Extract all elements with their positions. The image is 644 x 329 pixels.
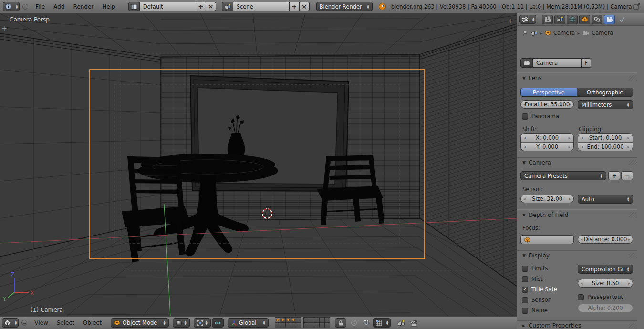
- add-preset-button[interactable]: +: [608, 171, 620, 180]
- panorama-checkbox[interactable]: Panorama: [522, 113, 559, 120]
- fake-user-button[interactable]: F: [582, 58, 591, 68]
- section-camera[interactable]: ▼ Camera: [517, 157, 637, 167]
- menu-help[interactable]: Help: [98, 3, 119, 10]
- render-engine-dropdown[interactable]: Blender Render: [316, 2, 373, 11]
- title-safe-checkbox[interactable]: ✓ Title Safe: [522, 286, 557, 293]
- clip-end-field[interactable]: End: 100.000: [578, 142, 633, 151]
- draw-size-field[interactable]: Size: 0.50: [578, 279, 633, 288]
- checkbox[interactable]: [522, 266, 528, 272]
- breadcrumb-data[interactable]: Camera: [592, 30, 613, 36]
- mode-dropdown[interactable]: Object Mode: [111, 318, 169, 328]
- checkbox[interactable]: [522, 308, 528, 314]
- shift-x-field[interactable]: X: 0.000: [521, 134, 573, 142]
- datablock-name-row: Camera F: [520, 58, 591, 68]
- menu-file[interactable]: File: [31, 3, 49, 10]
- lock-to-scene-toggle[interactable]: [335, 318, 346, 328]
- collapse-menus-icon[interactable]: [22, 4, 28, 10]
- editor-type-selector[interactable]: [3, 2, 20, 11]
- scene-icon: [556, 16, 563, 22]
- add-layout-button[interactable]: +: [196, 2, 206, 11]
- layers-widget-group-2[interactable]: [304, 318, 330, 328]
- delete-scene-button[interactable]: ×: [300, 2, 310, 11]
- pin-icon[interactable]: [522, 30, 528, 36]
- remove-preset-button[interactable]: −: [621, 171, 633, 180]
- delete-layout-button[interactable]: ×: [206, 2, 216, 11]
- datablock-name-input[interactable]: Camera: [533, 58, 582, 68]
- checkbox[interactable]: [522, 297, 528, 303]
- pivot-point-dropdown[interactable]: [194, 318, 211, 328]
- menu-view[interactable]: View: [30, 319, 52, 326]
- manipulator-toggle[interactable]: [212, 318, 224, 328]
- tab-render[interactable]: [542, 15, 553, 24]
- tab-constraints[interactable]: [592, 15, 602, 24]
- editor-type-selector[interactable]: [519, 15, 536, 24]
- section-depth-of-field[interactable]: ▼ Depth of Field: [517, 210, 637, 219]
- mist-checkbox[interactable]: Mist: [522, 276, 543, 282]
- proportional-edit-toggle[interactable]: [348, 318, 360, 328]
- name-checkbox[interactable]: Name: [522, 307, 548, 314]
- window-duplicate-icon[interactable]: [633, 3, 641, 10]
- section-display[interactable]: ▼ Display: [517, 250, 637, 260]
- scene-icon[interactable]: [222, 2, 233, 11]
- section-custom-properties[interactable]: ► Custom Properties: [517, 320, 637, 329]
- breadcrumb-separator: ▸: [577, 31, 580, 36]
- scene-icon[interactable]: [530, 30, 538, 36]
- view-name-label: Camera Persp: [10, 16, 50, 23]
- menu-render[interactable]: Render: [69, 3, 98, 10]
- transform-orientation-dropdown[interactable]: Global: [228, 318, 269, 328]
- chevron-updown-icon: [598, 174, 602, 178]
- checkbox-checked[interactable]: ✓: [522, 287, 528, 293]
- collapse-menus-icon[interactable]: [21, 320, 27, 326]
- editor-type-selector[interactable]: [2, 318, 19, 328]
- menu-object[interactable]: Object: [79, 319, 106, 326]
- screen-layout-icon[interactable]: [128, 2, 140, 11]
- tab-object-data[interactable]: [604, 15, 615, 24]
- sensor-checkbox[interactable]: Sensor: [522, 297, 550, 303]
- camera-presets-dropdown[interactable]: Camera Presets: [520, 171, 606, 180]
- menu-select[interactable]: Select: [52, 319, 79, 326]
- sensor-size-field[interactable]: Size: 32.00: [520, 195, 574, 203]
- sensor-fit-dropdown[interactable]: Auto: [578, 195, 633, 204]
- layers-widget-group-1[interactable]: [275, 318, 301, 328]
- tab-world[interactable]: [567, 15, 578, 24]
- snap-element-dropdown[interactable]: [373, 318, 391, 328]
- composition-guides-dropdown[interactable]: Composition Guid: [578, 265, 633, 274]
- opengl-render-button[interactable]: [395, 318, 407, 328]
- chevron-updown-icon: [182, 320, 187, 325]
- panel-drag-hatch-icon: [629, 75, 637, 81]
- menu-add[interactable]: Add: [49, 3, 69, 10]
- opengl-render-anim-button[interactable]: [407, 318, 420, 328]
- snap-toggle[interactable]: [361, 318, 372, 328]
- passepartout-checkbox[interactable]: Passepartout: [578, 294, 623, 300]
- focal-length-field[interactable]: Focal Le: 35.000: [520, 100, 574, 109]
- viewport-shading-dropdown[interactable]: [173, 318, 190, 328]
- focus-object-field[interactable]: [520, 235, 574, 244]
- tab-object[interactable]: [579, 15, 590, 24]
- chevron-updown-icon: [13, 4, 18, 9]
- limits-checkbox[interactable]: Limits: [522, 265, 548, 272]
- breadcrumb-object[interactable]: Camera: [553, 30, 575, 36]
- chevron-updown-icon: [203, 320, 208, 325]
- checkbox[interactable]: [522, 113, 528, 120]
- clip-start-field[interactable]: Start: 0.100: [578, 134, 633, 142]
- orthographic-button[interactable]: Orthographic: [577, 88, 633, 96]
- 3d-viewport[interactable]: X Z Y Camera Persp (1) Camera + +: [0, 13, 517, 316]
- perspective-button[interactable]: Perspective: [521, 88, 577, 96]
- screen-layout-name[interactable]: Default: [140, 2, 196, 11]
- section-lens[interactable]: ▼ Lens: [517, 73, 637, 82]
- lens-unit-dropdown[interactable]: Millimeters: [578, 100, 633, 109]
- scene-name[interactable]: Scene: [233, 2, 290, 11]
- checkbox[interactable]: [522, 276, 528, 282]
- screen-layout-selector: Default + ×: [128, 2, 216, 11]
- breadcrumb-separator: ▸: [540, 31, 542, 36]
- dof-distance-field[interactable]: Distance: 0.000: [578, 235, 633, 244]
- tab-physics[interactable]: [616, 15, 627, 24]
- chevron-updown-icon: [384, 320, 388, 325]
- shift-y-field[interactable]: Y: 0.000: [521, 142, 573, 151]
- add-scene-button[interactable]: +: [290, 2, 300, 11]
- shift-fields: X: 0.000 Y: 0.000: [520, 133, 574, 151]
- triangle-down-icon: ▼: [522, 160, 526, 165]
- checkbox[interactable]: [578, 294, 584, 300]
- shading-sphere-icon: [176, 320, 182, 326]
- tab-scene[interactable]: [554, 15, 565, 24]
